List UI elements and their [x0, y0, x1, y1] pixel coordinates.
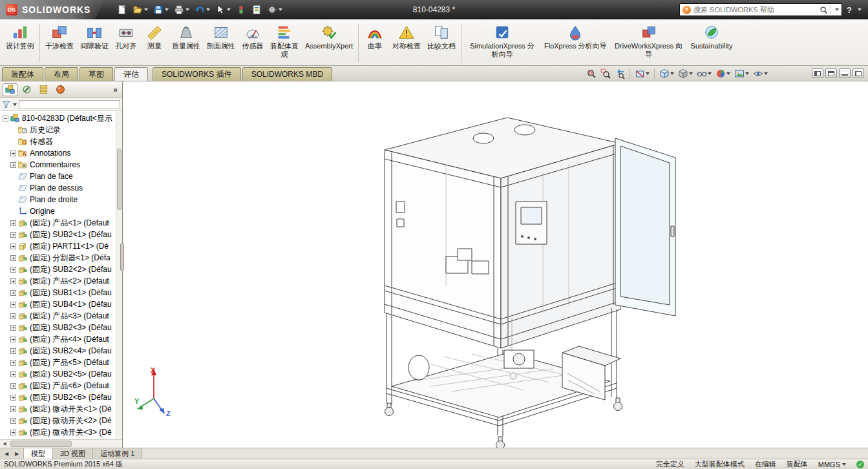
- tree-expander[interactable]: +: [10, 267, 16, 273]
- tree-item-history[interactable]: 历史记录: [0, 124, 122, 136]
- sustainability-button[interactable]: Sustainability: [688, 21, 736, 65]
- open-button[interactable]: [131, 3, 150, 17]
- tree-expander[interactable]: +: [10, 151, 16, 156]
- model-wireframe[interactable]: [349, 99, 682, 448]
- curvature-button[interactable]: 曲率: [361, 21, 389, 65]
- tree-item-annotations[interactable]: + Annotations: [0, 147, 122, 159]
- tab-scroll-left-button[interactable]: ◀: [2, 451, 11, 457]
- tree-item-origine[interactable]: Origine: [0, 205, 122, 217]
- compare-documents-button[interactable]: 比较文档: [424, 21, 459, 65]
- tree-expander[interactable]: +: [10, 290, 16, 296]
- assembly-visualization-button[interactable]: 装配体直观: [267, 21, 302, 65]
- print-button[interactable]: [172, 3, 191, 17]
- new-document-button[interactable]: [115, 3, 129, 17]
- tree-expander[interactable]: +: [10, 395, 16, 401]
- tree-item-plan-de-droite[interactable]: Plan de droite: [0, 194, 122, 205]
- view-orientation-button[interactable]: [658, 67, 675, 80]
- tree-item-component[interactable]: + (固定) 产品<1> (Défaut: [0, 217, 122, 229]
- file-properties-button[interactable]: [249, 3, 264, 17]
- help-dropdown-arrow[interactable]: [858, 8, 862, 11]
- tree-item-sensors[interactable]: 传感器: [0, 136, 122, 147]
- tab-layout[interactable]: 布局: [45, 67, 78, 81]
- tree-item-component[interactable]: + (固定) SUB2<2> (Défau: [0, 264, 122, 275]
- tree-expander[interactable]: +: [10, 360, 16, 366]
- status-check-icon[interactable]: ✓: [856, 461, 864, 468]
- help-button[interactable]: ?: [847, 5, 852, 15]
- view-settings-button[interactable]: [752, 67, 769, 80]
- zoom-area-button[interactable]: [599, 67, 612, 80]
- measure-button[interactable]: 测量: [140, 21, 169, 65]
- tree-item-component[interactable]: + (固定) PART11<1> (Dé: [0, 240, 122, 252]
- display-style-button[interactable]: [677, 67, 694, 80]
- tree-expander[interactable]: +: [10, 313, 16, 319]
- section-view-button[interactable]: [633, 67, 651, 80]
- tab-assembly[interactable]: 装配体: [2, 67, 43, 81]
- mass-properties-button[interactable]: 质量属性: [169, 21, 204, 65]
- tree-expander[interactable]: +: [10, 162, 16, 168]
- tree-item-plan-de-dessus[interactable]: Plan de dessus: [0, 182, 122, 194]
- tree-item-component[interactable]: + (固定) 产品<6> (Défaut: [0, 380, 122, 391]
- select-button[interactable]: [213, 3, 233, 17]
- tree-expander[interactable]: +: [10, 371, 16, 377]
- scroll-left-button[interactable]: ◀: [0, 440, 9, 448]
- tree-item-component[interactable]: + (固定) 产品<5> (Défaut: [0, 357, 122, 368]
- featuremanager-tab[interactable]: [3, 83, 17, 96]
- tree-item-component[interactable]: + (固定) 微动开关<2> (Dé: [0, 415, 122, 426]
- tree-expander[interactable]: +: [10, 418, 16, 424]
- save-button[interactable]: [151, 3, 171, 17]
- zoom-fit-button[interactable]: [585, 67, 598, 80]
- hole-alignment-button[interactable]: 孔对齐: [112, 21, 140, 65]
- tree-item-component[interactable]: + (固定) 产品<3> (Défaut: [0, 310, 122, 322]
- tree-expander[interactable]: +: [10, 244, 16, 249]
- tree-scrollbar-thumb[interactable]: [117, 149, 122, 210]
- tree-expander[interactable]: +: [10, 232, 16, 238]
- window-minimize-button[interactable]: [839, 68, 851, 78]
- tree-item-plan-de-face[interactable]: Plan de face: [0, 171, 122, 182]
- tree-item-component[interactable]: + (固定) 产品<4> (Défaut: [0, 333, 122, 345]
- undo-button[interactable]: [193, 3, 212, 17]
- tree-expander[interactable]: +: [10, 383, 16, 389]
- tree-expander[interactable]: +: [10, 302, 16, 307]
- tree-expander[interactable]: +: [10, 220, 16, 226]
- tree-filter-field[interactable]: [19, 100, 120, 109]
- tree-expander[interactable]: −: [3, 116, 8, 121]
- tab-solidworks-mbd[interactable]: SOLIDWORKS MBD: [242, 67, 332, 81]
- tree-item-root[interactable]: − 810-04283D (Défaut<显示: [0, 112, 122, 124]
- graphics-viewport[interactable]: X Y Z: [123, 81, 868, 448]
- search-icon[interactable]: [820, 6, 828, 14]
- tab-scroll-right-button[interactable]: ▶: [12, 451, 21, 457]
- simulationxpress-button[interactable]: SimulationXpress 分析向导: [463, 21, 541, 65]
- search-input[interactable]: [693, 6, 817, 14]
- tree-item-component[interactable]: + (固定) SUB2<1> (Défau: [0, 229, 122, 240]
- tree-item-component[interactable]: + (固定) 分割器<1> (Défa: [0, 252, 122, 264]
- hide-show-items-button[interactable]: [695, 67, 713, 80]
- configurationmanager-tab[interactable]: [36, 83, 51, 96]
- filter-funnel-icon[interactable]: [2, 100, 10, 109]
- search-scope-dropdown[interactable]: [835, 8, 839, 11]
- displaymanager-tab[interactable]: [53, 83, 68, 96]
- units-selector[interactable]: MMGS: [818, 461, 846, 468]
- section-properties-button[interactable]: 剖面属性: [204, 21, 238, 65]
- tree-expander[interactable]: +: [10, 348, 16, 354]
- interference-check-button[interactable]: 干涉检查: [42, 21, 77, 65]
- tree-item-component[interactable]: + (固定) SUB2<5> (Défau: [0, 368, 122, 380]
- tree-item-commentaires[interactable]: + Commentaires: [0, 159, 122, 171]
- tree-expander[interactable]: +: [10, 325, 16, 331]
- tab-3d-views[interactable]: 3D 视图: [53, 448, 93, 459]
- panel-splitter-handle[interactable]: [120, 243, 124, 271]
- window-restore-button[interactable]: [852, 68, 864, 78]
- edit-appearance-button[interactable]: [714, 67, 732, 80]
- design-study-button[interactable]: 设计算例: [3, 21, 37, 65]
- floxpress-button[interactable]: FloXpress 分析向导: [541, 21, 610, 65]
- options-button[interactable]: [265, 3, 284, 17]
- tree-item-component[interactable]: + (固定) SUB2<3> (Défau: [0, 322, 122, 333]
- tree-item-component[interactable]: + (固定) 微动开关<3> (Dé: [0, 426, 122, 438]
- rebuild-button[interactable]: [234, 3, 248, 17]
- tree-expander[interactable]: +: [10, 255, 16, 261]
- previous-view-button[interactable]: [613, 67, 626, 80]
- assemblyxpert-button[interactable]: AssemblyXpert: [302, 21, 356, 65]
- help-search-box[interactable]: ?: [679, 3, 842, 16]
- tab-sketch[interactable]: 草图: [79, 67, 113, 81]
- tree-expander[interactable]: +: [10, 406, 16, 412]
- scrollbar-thumb[interactable]: [10, 441, 72, 447]
